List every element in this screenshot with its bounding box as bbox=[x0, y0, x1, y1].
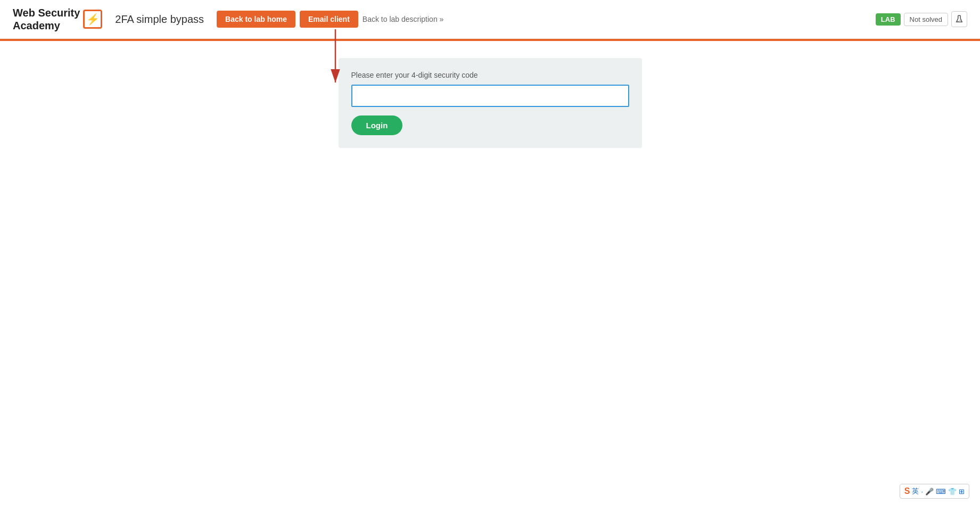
logo-area: Web Security Academy ⚡ bbox=[13, 6, 102, 32]
ime-keyboard-icon[interactable]: ⌨ bbox=[936, 488, 946, 496]
flask-icon-button[interactable] bbox=[951, 11, 967, 27]
not-solved-badge: Not solved bbox=[904, 13, 948, 26]
ime-dot: · bbox=[921, 488, 923, 496]
back-to-description-link[interactable]: Back to lab description » bbox=[363, 15, 444, 23]
back-to-lab-home-button[interactable]: Back to lab home bbox=[217, 11, 295, 28]
main-content: Please enter your 4-digit security code … bbox=[0, 41, 980, 165]
lab-title: 2FA simple bypass bbox=[115, 13, 204, 26]
svg-point-1 bbox=[960, 20, 961, 21]
logo-text: Web Security Academy bbox=[13, 6, 80, 32]
email-client-button[interactable]: Email client bbox=[300, 11, 358, 28]
ime-mic-icon[interactable]: 🎤 bbox=[925, 488, 934, 496]
lab-badge: LAB bbox=[876, 13, 901, 26]
logo-icon: ⚡ bbox=[83, 10, 102, 29]
form-container: Please enter your 4-digit security code … bbox=[339, 58, 642, 148]
security-code-label: Please enter your 4-digit security code bbox=[351, 71, 629, 79]
ime-toolbar: S 英 · 🎤 ⌨ 👕 ⊞ bbox=[900, 484, 969, 499]
ime-grid-icon[interactable]: ⊞ bbox=[959, 488, 965, 496]
header: Web Security Academy ⚡ 2FA simple bypass… bbox=[0, 0, 980, 39]
svg-point-0 bbox=[958, 21, 959, 22]
lab-badge-area: LAB Not solved bbox=[876, 11, 967, 27]
ime-shirt-icon[interactable]: 👕 bbox=[948, 488, 957, 496]
security-code-input[interactable] bbox=[351, 85, 629, 107]
header-actions: Back to lab home Email client Back to la… bbox=[217, 11, 443, 28]
ime-s-icon[interactable]: S bbox=[904, 486, 910, 496]
ime-lang[interactable]: 英 bbox=[912, 486, 919, 496]
login-button[interactable]: Login bbox=[351, 115, 403, 135]
logo-name: Web Security Academy bbox=[13, 7, 80, 31]
